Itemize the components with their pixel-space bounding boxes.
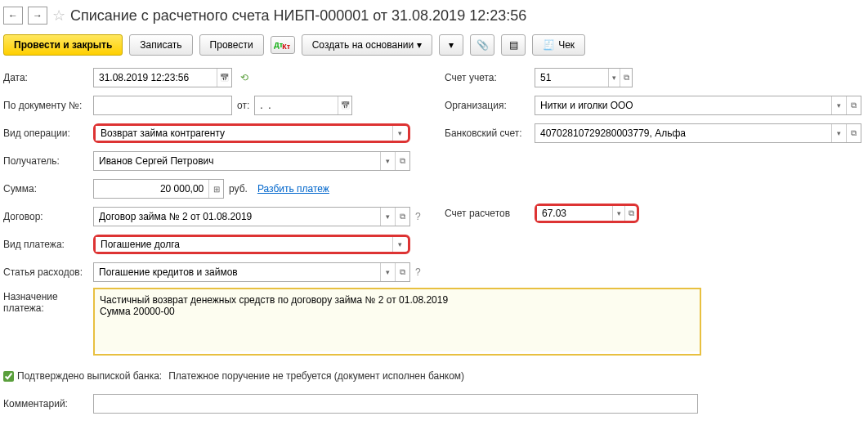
post-and-close-button[interactable]: Провести и закрыть	[3, 34, 123, 56]
calc-icon[interactable]: ⊞	[208, 180, 223, 198]
optype-label: Вид операции:	[3, 128, 93, 139]
comment-field[interactable]	[94, 395, 697, 413]
dropdown-icon[interactable]	[831, 96, 846, 114]
date-label: Дата:	[3, 72, 93, 83]
save-button[interactable]: Записать	[129, 34, 192, 56]
help-icon[interactable]: ?	[415, 266, 421, 278]
open-icon[interactable]	[395, 263, 409, 281]
bankacc-label: Банковский счет:	[445, 128, 535, 139]
page-title: Списание с расчетного счета НИБП-000001 …	[70, 7, 526, 25]
open-icon[interactable]	[620, 69, 632, 87]
contract-label: Договор:	[3, 211, 93, 222]
org-field[interactable]	[535, 96, 831, 114]
paytype-field[interactable]	[96, 237, 392, 252]
date-field[interactable]	[94, 69, 217, 87]
dropdown-icon[interactable]	[831, 124, 846, 142]
report-button[interactable]: ▤	[501, 34, 526, 56]
split-payment-link[interactable]: Разбить платеж	[257, 183, 329, 195]
chevron-down-icon: ▾	[417, 39, 422, 51]
dropdown-icon[interactable]	[380, 208, 395, 226]
confirmed-label: Подтверждено выпиской банка:	[17, 370, 162, 382]
purpose-field[interactable]	[95, 289, 700, 351]
expitem-field[interactable]	[94, 263, 380, 281]
docfrom-field[interactable]	[255, 96, 338, 114]
docfrom-label: от:	[237, 100, 249, 111]
recipient-label: Получатель:	[3, 155, 93, 167]
dropdown-icon[interactable]	[380, 152, 395, 170]
back-button[interactable]: ←	[3, 7, 23, 25]
forward-button[interactable]: →	[28, 7, 47, 25]
amount-label: Сумма:	[3, 183, 93, 195]
docnum-field[interactable]	[94, 96, 231, 114]
more-menu-button[interactable]: ▾	[439, 34, 463, 56]
settleacc-label: Счет расчетов	[445, 208, 535, 219]
open-icon[interactable]	[846, 96, 861, 114]
amount-field[interactable]	[94, 180, 208, 198]
expitem-label: Статья расходов:	[3, 266, 93, 278]
create-from-button[interactable]: Создать на основании ▾	[302, 34, 433, 56]
dtkt-button[interactable]: ДтКт	[271, 36, 295, 54]
open-icon[interactable]	[846, 124, 861, 142]
paytype-label: Вид платежа:	[3, 239, 93, 250]
calendar-icon[interactable]	[217, 69, 231, 87]
purpose-label: Назначение платежа:	[3, 288, 93, 314]
account-label: Счет учета:	[445, 72, 535, 83]
currency-label: руб.	[229, 183, 248, 195]
contract-field[interactable]	[94, 208, 380, 226]
confirmed-checkbox[interactable]	[3, 371, 14, 382]
settleacc-field[interactable]	[537, 206, 612, 221]
optype-field[interactable]	[96, 126, 392, 141]
attach-button[interactable]: 📎	[470, 34, 494, 56]
refresh-icon[interactable]: ⟲	[240, 72, 248, 83]
comment-label: Комментарий:	[3, 398, 93, 409]
check-button[interactable]: 🧾 Чек	[532, 34, 585, 56]
open-icon[interactable]	[395, 208, 409, 226]
post-button[interactable]: Провести	[199, 34, 264, 56]
dropdown-icon[interactable]	[608, 69, 620, 87]
dropdown-icon[interactable]	[392, 126, 408, 141]
open-icon[interactable]	[624, 206, 637, 221]
bankacc-field[interactable]	[535, 124, 831, 142]
open-icon[interactable]	[395, 152, 409, 170]
docnum-label: По документу №:	[3, 100, 93, 111]
calendar-icon[interactable]	[338, 96, 351, 114]
dropdown-icon[interactable]	[612, 206, 624, 221]
confirmed-note: Платежное поручение не требуется (докуме…	[168, 370, 464, 382]
recipient-field[interactable]	[94, 152, 380, 170]
favorite-icon[interactable]: ☆	[52, 7, 65, 25]
org-label: Организация:	[445, 100, 535, 111]
dropdown-icon[interactable]	[380, 263, 395, 281]
dropdown-icon[interactable]	[392, 237, 408, 252]
help-icon[interactable]: ?	[415, 211, 421, 222]
account-field[interactable]	[535, 69, 608, 87]
